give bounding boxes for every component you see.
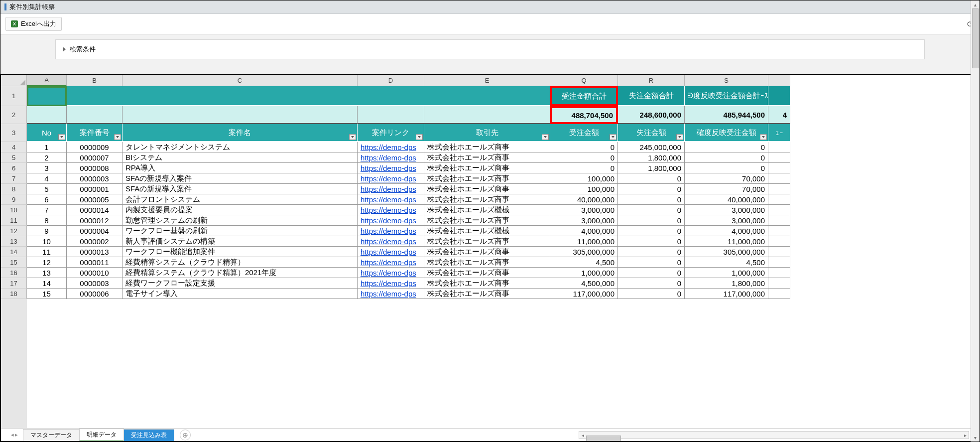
cell-extra <box>768 289 790 299</box>
cell-lost-amount: 0 <box>618 205 685 215</box>
cell-anken-name: ワークフロー機能追加案件 <box>122 247 358 257</box>
table-row: 120000011経費精算システム（クラウド精算）https://demo-dp… <box>27 257 979 268</box>
cell-link[interactable]: https://demo-dps <box>358 184 424 194</box>
row-header-11[interactable]: 11 <box>1 215 27 226</box>
cell-reflected-amount: 40,000,000 <box>685 194 768 205</box>
cell-lost-amount: 0 <box>618 289 685 299</box>
col-header-B[interactable]: B <box>67 75 122 86</box>
cell-B2[interactable] <box>67 106 122 124</box>
row-header-4[interactable]: 4 <box>1 142 27 152</box>
row-header-2[interactable]: 2 <box>1 106 27 124</box>
cell-link[interactable]: https://demo-dps <box>358 268 424 278</box>
col-header-extra[interactable] <box>768 75 790 86</box>
filter-button-受注金額[interactable] <box>610 134 616 140</box>
table-row: 20000007BIシステムhttps://demo-dps株式会社ホエールズ商… <box>27 152 979 163</box>
filter-button-案件番号[interactable] <box>114 134 121 140</box>
row-header-12[interactable]: 12 <box>1 226 27 236</box>
tab-nav-next[interactable]: ▸ <box>15 432 18 438</box>
vertical-scrollbar[interactable]: ▴ ▾ <box>971 0 980 442</box>
row-header-3[interactable]: 3 <box>1 124 27 142</box>
sheet-tabs-bar: ◂ ▸ マスターデータ 明細データ 受注見込み表 ⊕ ◂ ▸ <box>1 428 979 441</box>
cell-link[interactable]: https://demo-dps <box>358 226 424 236</box>
row-headers-column: 123456789101112131415161718 <box>1 75 27 428</box>
scroll-left-button[interactable]: ◂ <box>579 433 586 438</box>
tab-nav-first[interactable]: ◂ <box>11 432 14 438</box>
filter-button-No[interactable] <box>58 134 65 140</box>
cell-link[interactable]: https://demo-dps <box>358 289 424 299</box>
row-header-1[interactable]: 1 <box>1 86 27 106</box>
horizontal-scrollbar[interactable]: ◂ ▸ <box>579 431 969 439</box>
cell-link[interactable]: https://demo-dps <box>358 278 424 289</box>
app-window: 案件別集計帳票 X Excelへ出力 ⟳ 検索条件 12345678910111… <box>0 0 980 442</box>
cell-extra <box>768 205 790 215</box>
export-excel-label: Excelへ出力 <box>21 19 56 28</box>
export-excel-button[interactable]: X Excelへ出力 <box>5 17 62 31</box>
cell-no: 13 <box>27 268 67 278</box>
col-header-C[interactable]: C <box>122 75 358 86</box>
col-header-R[interactable]: R <box>618 75 685 86</box>
row-header-8[interactable]: 8 <box>1 184 27 194</box>
filter-button-失注金額[interactable] <box>676 134 683 140</box>
cell-link[interactable]: https://demo-dps <box>358 257 424 268</box>
scroll-down-button[interactable]: ▾ <box>971 434 980 442</box>
cell-customer: 株式会社ホエールズ商事 <box>424 184 550 194</box>
filter-button-案件リンク[interactable] <box>416 134 423 140</box>
title-accent <box>4 3 6 10</box>
cell-E2[interactable] <box>424 106 550 124</box>
cell-A2[interactable] <box>27 106 67 124</box>
vscroll-track[interactable] <box>971 8 980 434</box>
grid-scroll[interactable]: ABCDEQRS 受注金額合計失注金額合計ᕭ度反映受注金額合計ｰｽﾞ488,70… <box>27 75 979 428</box>
row-header-10[interactable]: 10 <box>1 205 27 215</box>
cell-link[interactable]: https://demo-dps <box>358 194 424 205</box>
header-案件リンク: 案件リンク <box>358 124 424 142</box>
col-header-A[interactable]: A <box>27 75 67 86</box>
search-conditions-expander[interactable]: 検索条件 <box>55 39 925 59</box>
tab-forecast[interactable]: 受注見込み表 <box>123 429 174 441</box>
row-header-17[interactable]: 17 <box>1 278 27 289</box>
filter-button-案件名[interactable] <box>349 134 356 140</box>
cell-A1[interactable] <box>27 86 67 106</box>
row-header-15[interactable]: 15 <box>1 257 27 268</box>
cell-link[interactable]: https://demo-dps <box>358 247 424 257</box>
cell-lost-amount: 0 <box>618 278 685 289</box>
cell-link[interactable]: https://demo-dps <box>358 205 424 215</box>
col-header-S[interactable]: S <box>685 75 768 86</box>
row-header-14[interactable]: 14 <box>1 247 27 257</box>
tab-master-data[interactable]: マスターデータ <box>23 429 80 441</box>
cell-C2[interactable] <box>122 106 358 124</box>
cell-S2: 485,944,500 <box>685 106 768 124</box>
cell-extra <box>768 152 790 163</box>
select-all-corner[interactable] <box>1 75 27 86</box>
cell-D2[interactable] <box>358 106 424 124</box>
row-header-9[interactable]: 9 <box>1 194 27 205</box>
cell-customer: 株式会社ホエールズ商事 <box>424 236 550 247</box>
col-header-Q[interactable]: Q <box>550 75 618 86</box>
row-header-18[interactable]: 18 <box>1 289 27 299</box>
cell-link[interactable]: https://demo-dps <box>358 142 424 152</box>
filter-button-確度反映受注金額[interactable] <box>760 134 767 140</box>
cell-anken-num: 0000006 <box>67 289 122 299</box>
hscroll-thumb[interactable] <box>586 436 621 442</box>
cell-no: 11 <box>27 247 67 257</box>
tab-detail-data[interactable]: 明細データ <box>79 429 124 442</box>
row-header-7[interactable]: 7 <box>1 173 27 184</box>
cell-order-amount: 100,000 <box>550 173 618 184</box>
cell-link[interactable]: https://demo-dps <box>358 163 424 173</box>
vscroll-thumb[interactable] <box>972 8 979 68</box>
filter-button-取引先[interactable] <box>542 134 549 140</box>
row-header-5[interactable]: 5 <box>1 152 27 163</box>
scroll-right-button[interactable]: ▸ <box>962 433 969 438</box>
cell-link[interactable]: https://demo-dps <box>358 236 424 247</box>
row-header-13[interactable]: 13 <box>1 236 27 247</box>
col-header-D[interactable]: D <box>358 75 424 86</box>
row-header-6[interactable]: 6 <box>1 163 27 173</box>
cell-link[interactable]: https://demo-dps <box>358 173 424 184</box>
row-header-16[interactable]: 16 <box>1 268 27 278</box>
cell-lost-amount: 0 <box>618 194 685 205</box>
scroll-up-button[interactable]: ▴ <box>971 0 980 8</box>
add-sheet-button[interactable]: ⊕ <box>180 430 191 441</box>
col-header-E[interactable]: E <box>424 75 550 86</box>
table-row: 130000010経費精算システム（クラウド精算）2021年度https://d… <box>27 268 979 278</box>
cell-link[interactable]: https://demo-dps <box>358 152 424 163</box>
cell-link[interactable]: https://demo-dps <box>358 215 424 226</box>
